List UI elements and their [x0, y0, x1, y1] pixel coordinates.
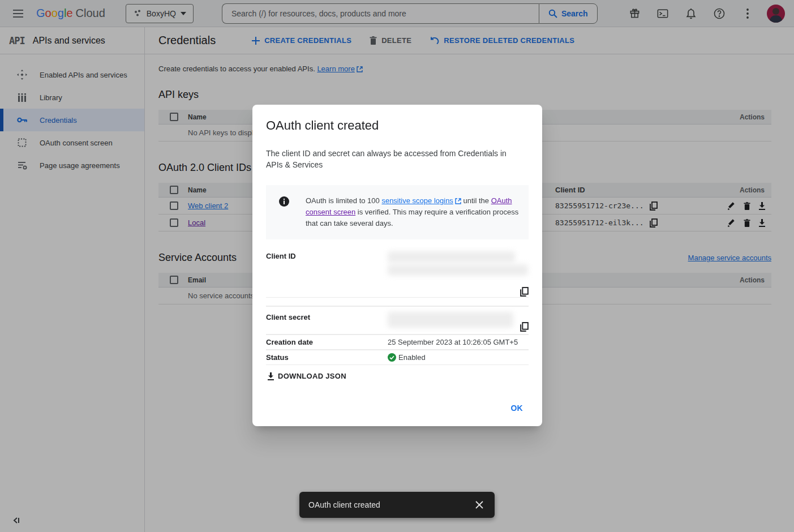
snackbar: OAuth client created — [299, 492, 495, 518]
dialog-title: OAuth client created — [266, 118, 529, 133]
dialog-fields: Client ID Client secret Creation date 25… — [266, 247, 529, 365]
client-id-redacted — [388, 264, 528, 276]
copy-client-id-icon[interactable] — [520, 287, 529, 297]
close-icon[interactable] — [472, 497, 487, 512]
notice-text: OAuth is limited to 100 sensitive scope … — [306, 195, 521, 229]
client-secret-redacted — [388, 312, 513, 328]
creation-date-label: Creation date — [266, 338, 388, 346]
creation-date-row: Creation date 25 September 2023 at 10:26… — [266, 334, 529, 350]
creation-date-value: 25 September 2023 at 10:26:05 GMT+5 — [388, 338, 529, 346]
status-row: Status Enabled — [266, 350, 529, 365]
snackbar-message: OAuth client created — [308, 500, 380, 509]
client-id-row: Client ID — [266, 247, 529, 298]
client-id-label: Client ID — [266, 250, 388, 260]
download-json-label: DOWNLOAD JSON — [278, 372, 346, 380]
info-icon — [272, 195, 297, 229]
dialog-body-text: The client ID and secret can always be a… — [266, 148, 515, 170]
verification-notice: OAuth is limited to 100 sensitive scope … — [266, 185, 529, 239]
download-icon — [267, 372, 274, 380]
notice-pre: OAuth is limited to 100 — [306, 196, 381, 205]
notice-mid: until the — [461, 196, 491, 205]
download-json-button[interactable]: DOWNLOAD JSON — [267, 372, 346, 380]
client-secret-row: Client secret — [266, 306, 529, 334]
ok-button[interactable]: OK — [505, 399, 529, 417]
status-label: Status — [266, 353, 388, 362]
client-id-redacted — [388, 251, 515, 263]
status-badge: Enabled — [398, 353, 426, 362]
check-circle-icon — [388, 353, 396, 362]
oauth-created-dialog: OAuth client created The client ID and s… — [252, 105, 542, 426]
copy-client-secret-icon[interactable] — [520, 322, 529, 332]
sensitive-scope-logins-link[interactable]: sensitive scope logins — [381, 196, 453, 205]
client-secret-label: Client secret — [266, 311, 388, 321]
field-spacer — [266, 298, 529, 306]
external-link-icon — [455, 198, 461, 204]
